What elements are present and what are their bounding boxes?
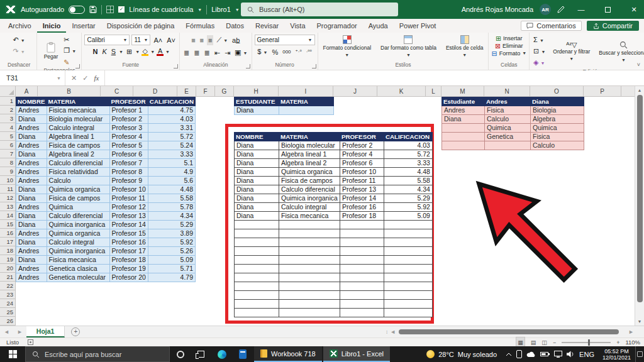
cell[interactable]: Calculo integral — [47, 124, 109, 133]
cell[interactable]: Diana — [235, 168, 279, 177]
cell[interactable]: Profesor 11 — [109, 194, 148, 203]
cell[interactable]: Andres — [16, 229, 47, 238]
cell[interactable]: Andres — [16, 106, 47, 115]
cell[interactable]: 5.1 — [148, 159, 195, 168]
scroll-down-icon[interactable]: ▼ — [638, 317, 642, 326]
decrease-decimal-button[interactable]: ·⁰⁰ — [305, 47, 313, 57]
language-indicator[interactable]: ENG — [579, 351, 594, 358]
header-cell[interactable]: Diana — [531, 97, 584, 106]
restore-button[interactable] — [597, 0, 618, 19]
cell[interactable]: Andres — [442, 106, 485, 115]
find-select-button[interactable]: Buscar y seleccionar▼ — [596, 40, 644, 63]
cell[interactable] — [384, 291, 432, 300]
insert-function-icon[interactable]: fx — [94, 74, 99, 82]
row-header-2[interactable]: 2 — [0, 106, 15, 114]
row-header-25[interactable]: 25 — [0, 308, 15, 317]
cell[interactable]: Diana — [16, 115, 47, 124]
scroll-left-icon[interactable]: ◄ — [389, 329, 397, 335]
start-button[interactable] — [0, 346, 25, 362]
fill-button[interactable]: ⊡ ▼ — [532, 46, 547, 57]
cell[interactable] — [340, 221, 384, 229]
taskbar-window-workbook[interactable]: Workbook 718 — [254, 346, 322, 362]
ribbon-tab-datos[interactable]: Datos — [220, 19, 250, 33]
cell[interactable] — [235, 229, 279, 238]
cell[interactable] — [384, 300, 432, 309]
scrollbar-grip[interactable]: ⁞ — [386, 329, 387, 335]
column-header-I[interactable]: I — [279, 86, 333, 96]
cell[interactable]: 5.71 — [148, 265, 195, 273]
cell[interactable]: Diana — [235, 212, 279, 221]
edge-button[interactable] — [211, 346, 232, 362]
cell[interactable] — [340, 247, 384, 256]
cell[interactable]: Profesor 4 — [340, 150, 384, 159]
cell[interactable]: Algebra lineal 1 — [47, 133, 109, 141]
cell[interactable]: Andres — [16, 177, 47, 185]
cell[interactable]: Diana — [235, 150, 279, 159]
chevron-down-icon[interactable]: ▼ — [197, 8, 202, 12]
sheet-nav-left-icon[interactable]: ◄ — [0, 329, 13, 335]
cell[interactable]: Profesor 20 — [109, 273, 148, 282]
sort-filter-button[interactable]: ᴬᶻ▽Ordenar y filtrar▼ — [550, 41, 592, 62]
cell[interactable]: 5.26 — [148, 247, 195, 256]
cell[interactable]: Profesor 4 — [109, 133, 148, 141]
cell[interactable]: Diana — [16, 133, 47, 141]
cell[interactable]: Diana — [235, 159, 279, 168]
cell[interactable]: Diana — [16, 256, 47, 265]
cell[interactable]: Profesor 19 — [109, 265, 148, 273]
cell[interactable]: 5.29 — [148, 221, 195, 229]
cell[interactable]: 4.34 — [148, 212, 195, 221]
align-right-button[interactable]: ≣ — [203, 48, 211, 58]
add-sheet-button[interactable]: + — [71, 327, 80, 336]
zoom-slider-thumb[interactable] — [588, 339, 590, 346]
scroll-right-icon[interactable]: ► — [627, 329, 635, 335]
cell[interactable] — [340, 309, 384, 317]
sheet-tab-hoja1[interactable]: Hoja1 — [26, 326, 65, 337]
cell[interactable] — [384, 238, 432, 247]
font-color-button[interactable]: A — [157, 48, 164, 56]
column-header-F[interactable]: F — [196, 86, 215, 96]
cell[interactable] — [279, 256, 340, 265]
cell[interactable]: Calculo diferencial — [47, 159, 109, 168]
cell[interactable]: Genetica molecular — [47, 273, 109, 282]
cell[interactable]: 3.33 — [384, 159, 432, 168]
merge-center-button[interactable]: ▣ ▼ — [233, 47, 248, 58]
cell[interactable]: 5.78 — [148, 203, 195, 212]
column-header-A[interactable]: A — [16, 86, 38, 96]
row-header-17[interactable]: 17 — [0, 238, 15, 246]
cell[interactable]: Algebra — [531, 115, 584, 124]
wrap-text-button[interactable]: ab̲ — [231, 35, 241, 45]
redo-button[interactable]: ↷ ▼ — [12, 46, 26, 57]
column-header-J[interactable]: J — [333, 86, 377, 96]
cell[interactable]: Diana — [16, 212, 47, 221]
taskbar-search-box[interactable]: Escribe aquí para buscar — [25, 346, 170, 362]
cell[interactable]: Diana — [16, 238, 47, 247]
cell[interactable]: Diana — [16, 150, 47, 159]
cell[interactable]: Profesor 12 — [109, 203, 148, 212]
column-header-C[interactable]: C — [101, 86, 133, 96]
cell[interactable]: 5.58 — [148, 194, 195, 203]
font-size-select[interactable]: 11▼ — [131, 35, 150, 45]
cell[interactable]: Calculo diferencial — [47, 212, 109, 221]
cell[interactable]: Calculo diferencial — [279, 185, 340, 194]
comments-button[interactable]: Comentarios — [521, 21, 581, 31]
cell[interactable]: Profesor 16 — [109, 238, 148, 247]
cut-button[interactable]: ✂ — [62, 35, 77, 45]
cell[interactable]: Diana — [16, 185, 47, 194]
cell[interactable]: Fisica de campos — [279, 177, 340, 185]
cell[interactable]: Profesor 16 — [340, 203, 384, 212]
cell[interactable]: Profesor 13 — [109, 212, 148, 221]
row-header-16[interactable]: 16 — [0, 229, 15, 238]
fill-color-button[interactable]: ◇ — [142, 48, 148, 56]
row-header-9[interactable]: 9 — [0, 167, 15, 176]
dialog-launcher-icon[interactable] — [312, 64, 316, 69]
cell[interactable]: Quimica organica — [47, 185, 109, 194]
cell[interactable]: Profesor 15 — [109, 229, 148, 238]
row-header-6[interactable]: 6 — [0, 141, 15, 150]
cell[interactable]: Profesor 13 — [340, 185, 384, 194]
ribbon-tab-programador[interactable]: Programador — [311, 19, 363, 33]
cell[interactable]: Andres — [16, 203, 47, 212]
cell[interactable]: 5.92 — [148, 238, 195, 247]
header-cell[interactable]: NOMBRE — [235, 133, 279, 141]
taskbar-clock[interactable]: 05:52 PM 12/01/2021 — [598, 348, 635, 361]
cell[interactable] — [235, 300, 279, 309]
